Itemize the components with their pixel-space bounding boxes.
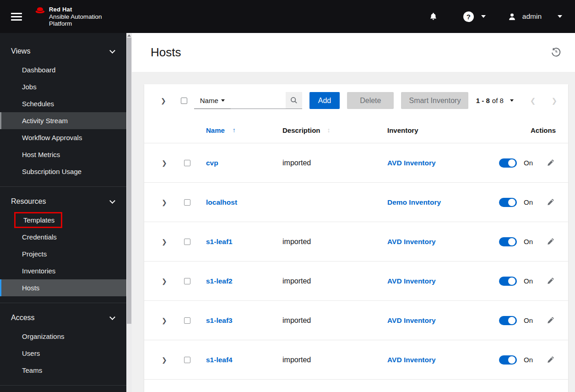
sidebar-item-label: Users (22, 349, 40, 357)
enabled-toggle[interactable] (499, 316, 517, 325)
toggle-state-label: On (524, 198, 533, 206)
table-header-row: Name ↑ Description ↕ Inventory Actions (144, 117, 568, 143)
pagination-prev-icon[interactable]: ❮ (530, 97, 536, 105)
add-button[interactable]: Add (309, 92, 340, 109)
inventory-link[interactable]: AVD Inventory (387, 277, 436, 285)
host-name-link[interactable]: s1-leaf3 (206, 316, 233, 324)
delete-button[interactable]: Delete (347, 92, 394, 109)
sidebar-scrollbar[interactable] (126, 33, 132, 392)
sidebar-item-label: Hosts (22, 284, 39, 292)
inventory-link[interactable]: AVD Inventory (387, 316, 436, 324)
sidebar-item-label-annotated: Templates (14, 212, 62, 228)
sidebar-group-header[interactable]: Access (0, 308, 126, 328)
edit-pencil-icon[interactable] (547, 159, 554, 167)
host-name-link[interactable]: s1-leaf1 (206, 238, 233, 245)
sidebar-item-inventories[interactable]: Inventories (0, 262, 126, 279)
nav-toggle-hamburger-icon[interactable] (11, 13, 22, 21)
sidebar-item-projects[interactable]: Projects (0, 245, 126, 262)
enabled-toggle[interactable] (499, 355, 517, 365)
host-description: imported (271, 159, 376, 167)
user-icon (508, 12, 516, 21)
enabled-toggle[interactable] (499, 237, 517, 246)
host-name-link[interactable]: s1-leaf4 (206, 356, 233, 364)
row-checkbox[interactable] (184, 239, 190, 245)
row-expander-chevron-icon[interactable]: ❯ (162, 199, 167, 206)
row-expander-chevron-icon[interactable]: ❯ (162, 238, 167, 245)
edit-pencil-icon[interactable] (547, 356, 554, 364)
row-expander-chevron-icon[interactable]: ❯ (162, 278, 167, 285)
sidebar-item-activity-stream[interactable]: Activity Stream (0, 112, 126, 129)
sidebar-item-label: Organizations (22, 332, 65, 340)
inventory-link[interactable]: Demo Inventory (387, 198, 441, 206)
sidebar-item-dashboard[interactable]: Dashboard (0, 61, 126, 78)
row-expander-chevron-icon[interactable]: ❯ (162, 159, 167, 167)
sidebar-nav: Views Dashboard Jobs Schedules Activity … (0, 33, 126, 392)
sidebar-item-organizations[interactable]: Organizations (0, 328, 126, 345)
sidebar-item-label: Credentials (22, 233, 57, 241)
row-checkbox[interactable] (184, 199, 190, 206)
edit-pencil-icon[interactable] (547, 316, 554, 324)
question-circle-icon: ? (463, 11, 474, 22)
enabled-toggle[interactable] (499, 277, 517, 286)
pagination-menu-chevron-icon[interactable] (510, 99, 514, 102)
row-checkbox[interactable] (184, 357, 190, 363)
sidebar-item-label: Teams (22, 366, 42, 374)
page-title: Hosts (151, 45, 181, 60)
expand-all-chevron-icon[interactable]: ❯ (161, 97, 166, 104)
pagination-total: of 8 (492, 97, 504, 104)
sidebar-group-header[interactable]: Views (0, 41, 126, 61)
select-all-checkbox[interactable] (181, 98, 187, 104)
pagination-next-icon[interactable]: ❯ (551, 97, 557, 105)
host-description: imported (271, 277, 376, 285)
scrollbar-up-arrow-icon[interactable] (127, 34, 131, 37)
row-actions: On (482, 198, 568, 207)
inventory-link[interactable]: AVD Inventory (387, 159, 436, 167)
host-name-link[interactable]: s1-leaf2 (206, 277, 233, 285)
sidebar-item-teams[interactable]: Teams (0, 362, 126, 379)
row-checkbox[interactable] (184, 317, 190, 324)
help-menu-button[interactable]: ? (463, 11, 486, 22)
row-checkbox[interactable] (184, 278, 190, 284)
sidebar-item-workflow-approvals[interactable]: Workflow Approvals (0, 129, 126, 146)
sidebar-group-header[interactable]: Resources (0, 191, 126, 212)
main-content: Hosts ❯ Name (132, 33, 575, 392)
row-checkbox[interactable] (184, 160, 190, 166)
red-hat-fedora-icon (34, 6, 46, 15)
history-icon[interactable] (551, 47, 561, 59)
row-actions: On (482, 158, 568, 168)
search-button[interactable] (286, 92, 302, 109)
row-expander-chevron-icon[interactable]: ❯ (162, 317, 167, 324)
edit-pencil-icon[interactable] (547, 277, 554, 285)
chevron-down-icon (109, 198, 115, 204)
inventory-link[interactable]: AVD Inventory (387, 238, 436, 245)
row-actions: On (482, 277, 568, 286)
search-input[interactable] (231, 92, 286, 109)
sidebar-item-subscription-usage[interactable]: Subscription Usage (0, 163, 126, 180)
edit-pencil-icon[interactable] (547, 238, 554, 245)
sidebar-item-credentials[interactable]: Credentials (0, 229, 126, 245)
scrollbar-thumb[interactable] (127, 38, 131, 324)
filter-key-select[interactable]: Name (194, 92, 231, 109)
column-header-description[interactable]: Description ↕ (271, 126, 376, 134)
inventory-link[interactable]: AVD Inventory (387, 356, 436, 364)
sidebar-item-schedules[interactable]: Schedules (0, 95, 126, 112)
host-name-link[interactable]: cvp (206, 159, 218, 167)
sidebar-item-templates[interactable]: Templates (0, 212, 126, 229)
chevron-down-icon (109, 314, 115, 320)
user-menu-button[interactable]: admin (508, 12, 562, 21)
sidebar-item-host-metrics[interactable]: Host Metrics (0, 146, 126, 163)
sidebar-item-jobs[interactable]: Jobs (0, 78, 126, 95)
host-description: imported (271, 316, 376, 325)
sidebar-item-users[interactable]: Users (0, 345, 126, 362)
row-expander-chevron-icon[interactable]: ❯ (162, 356, 167, 364)
enabled-toggle[interactable] (499, 198, 517, 207)
search-icon (290, 97, 298, 104)
enabled-toggle[interactable] (499, 158, 517, 168)
host-name-link[interactable]: localhost (206, 198, 237, 206)
sidebar-item-hosts[interactable]: Hosts (0, 279, 126, 296)
notifications-bell-icon[interactable] (429, 12, 438, 21)
smart-inventory-button[interactable]: Smart Inventory (401, 92, 468, 109)
toggle-state-label: On (524, 356, 533, 364)
column-header-name[interactable]: Name ↑ (195, 126, 271, 134)
edit-pencil-icon[interactable] (547, 198, 554, 206)
